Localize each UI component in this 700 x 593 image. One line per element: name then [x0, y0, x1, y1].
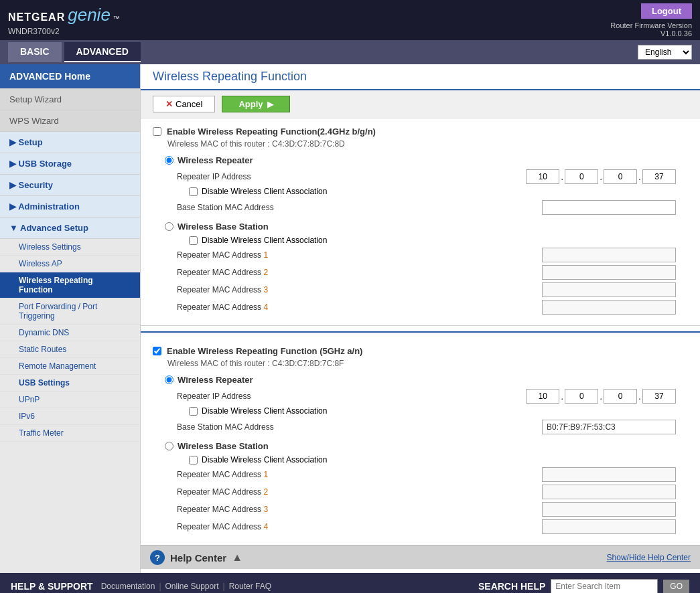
footer-links: Documentation | Online Support | Router … [101, 582, 271, 591]
24ghz-repeater-mac2-label: Repeater MAC Address 2 [177, 268, 268, 277]
5ghz-disable-client-row: Disable Wireless Client Association [189, 406, 688, 416]
help-center-left: ? Help Center ▲ [150, 550, 242, 565]
sidebar-item-wps-wizard[interactable]: WPS Wizard [0, 110, 140, 132]
logout-button[interactable]: Logout [641, 3, 692, 19]
sidebar-subitem-port-forwarding[interactable]: Port Forwarding / Port Triggering [0, 299, 140, 325]
24ghz-base-mac-row: Base Station MAC Address [177, 200, 688, 215]
5ghz-ip1[interactable] [526, 389, 559, 404]
5ghz-repeater-mac3-input[interactable] [542, 502, 676, 517]
5ghz-base-mac-input[interactable] [542, 420, 676, 434]
24ghz-base-station-radio[interactable] [165, 222, 173, 231]
section-divider [141, 331, 700, 333]
5ghz-ip2[interactable] [565, 389, 598, 404]
show-hide-help-link[interactable]: Show/Hide Help Center [607, 553, 691, 562]
footer-router-faq-link[interactable]: Router FAQ [229, 582, 271, 591]
24ghz-repeater-mac4-input[interactable] [542, 300, 676, 315]
24ghz-disable-client-checkbox[interactable] [189, 187, 198, 196]
footer-go-button[interactable]: GO [663, 580, 689, 593]
5ghz-disable-client-checkbox[interactable] [189, 407, 198, 416]
24ghz-disable-client-label: Disable Wireless Client Association [202, 187, 327, 196]
24ghz-repeater-mac3-label: Repeater MAC Address 3 [177, 285, 268, 294]
trademark: ™ [113, 15, 120, 22]
section-24ghz: Enable Wireless Repeating Function(2.4GH… [141, 118, 700, 326]
enable-24ghz-checkbox[interactable] [153, 127, 161, 136]
5ghz-repeater-mac2-label: Repeater MAC Address 2 [177, 487, 268, 497]
footer-online-support-link[interactable]: Online Support [165, 582, 219, 591]
tab-advanced[interactable]: ADVANCED [64, 42, 141, 62]
24ghz-repeater-mac3-row: Repeater MAC Address 3 [177, 282, 688, 297]
sidebar-subitem-usb-settings[interactable]: USB Settings [0, 375, 140, 392]
content-header: Wireless Repeating Function [141, 64, 700, 90]
sidebar-item-advanced-setup[interactable]: ▼ Advanced Setup [0, 218, 140, 239]
sidebar-item-usb-storage[interactable]: ▶ USB Storage [0, 153, 140, 175]
5ghz-ip3[interactable] [604, 389, 637, 404]
5ghz-repeater-mac4-input[interactable] [542, 519, 676, 534]
genie-text: genie [68, 5, 111, 25]
section-24ghz-header: Enable Wireless Repeating Function(2.4GH… [153, 126, 688, 137]
5ghz-base-mac-row: Base Station MAC Address [177, 420, 688, 434]
sidebar-subitem-dynamic-dns[interactable]: Dynamic DNS [0, 325, 140, 341]
sidebar-item-administration[interactable]: ▶ Administration [0, 196, 140, 218]
help-center-title: Help Center [170, 552, 226, 564]
sidebar-subitem-wireless-repeating[interactable]: Wireless Repeating Function [0, 272, 140, 299]
24ghz-repeater-radio-label[interactable]: Wireless Repeater [165, 155, 688, 165]
5ghz-base-disable-client-label: Disable Wireless Client Association [202, 455, 327, 464]
24ghz-ip4[interactable]: 37 [642, 169, 676, 184]
sidebar-subitem-wireless-settings[interactable]: Wireless Settings [0, 239, 140, 256]
sidebar: ADVANCED Home Setup Wizard WPS Wizard ▶ … [0, 64, 141, 573]
section-5ghz-header: Enable Wireless Repeating Function (5GHz… [153, 346, 688, 356]
cancel-icon: ✕ [165, 99, 173, 109]
5ghz-repeater-mac2-input[interactable] [542, 485, 676, 499]
5ghz-repeater-mac1-input[interactable] [542, 467, 676, 482]
apply-button[interactable]: Apply ▶ [222, 96, 289, 112]
sidebar-subitem-static-routes[interactable]: Static Routes [0, 341, 140, 358]
brand-name: NETGEAR [8, 11, 65, 23]
sidebar-item-setup[interactable]: ▶ Setup [0, 132, 140, 153]
24ghz-ip2[interactable]: 0 [565, 169, 598, 184]
help-expand-icon[interactable]: ▲ [232, 552, 242, 564]
5ghz-base-disable-client-row: Disable Wireless Client Association [189, 455, 688, 464]
apply-arrow-icon: ▶ [267, 100, 273, 109]
24ghz-disable-client-row: Disable Wireless Client Association [189, 187, 688, 196]
24ghz-base-mac-label: Base Station MAC Address [177, 203, 324, 212]
action-bar: ✕ Cancel Apply ▶ [141, 90, 700, 118]
footer-search-input[interactable] [551, 579, 658, 593]
header-right: Logout Router Firmware Version V1.0.0.36 [610, 3, 692, 37]
5ghz-base-station-radio[interactable] [165, 442, 173, 450]
24ghz-ip1[interactable]: 10 [526, 169, 559, 184]
sidebar-subitem-wireless-ap[interactable]: Wireless AP [0, 256, 140, 272]
language-select[interactable]: English Español Français Deutsch [638, 45, 692, 60]
24ghz-base-station-radio-label[interactable]: Wireless Base Station [165, 222, 688, 232]
sidebar-subitem-ipv6[interactable]: IPv6 [0, 408, 140, 425]
tab-basic[interactable]: BASIC [8, 42, 62, 62]
5ghz-repeater-radio-group: Wireless Repeater [165, 375, 688, 385]
24ghz-repeater-mac3-input[interactable] [542, 282, 676, 297]
5ghz-base-station-radio-label[interactable]: Wireless Base Station [165, 441, 688, 451]
sidebar-subitem-remote-management[interactable]: Remote Management [0, 358, 140, 375]
5ghz-base-mac-label: Base Station MAC Address [177, 422, 324, 432]
footer-documentation-link[interactable]: Documentation [101, 582, 155, 591]
enable-5ghz-checkbox[interactable] [153, 347, 161, 355]
24ghz-repeater-mac2-input[interactable] [542, 265, 676, 280]
sidebar-item-setup-wizard[interactable]: Setup Wizard [0, 89, 140, 110]
cancel-button[interactable]: ✕ Cancel [153, 96, 215, 112]
sidebar-subitem-traffic-meter[interactable]: Traffic Meter [0, 425, 140, 442]
24ghz-base-disable-client-label: Disable Wireless Client Association [202, 236, 327, 245]
24ghz-repeater-mac1-input[interactable] [542, 248, 676, 262]
sidebar-item-security[interactable]: ▶ Security [0, 175, 140, 196]
5ghz-repeater-radio-label[interactable]: Wireless Repeater [165, 375, 688, 385]
24ghz-base-disable-client-checkbox[interactable] [189, 236, 198, 245]
24ghz-ip3[interactable]: 0 [604, 169, 637, 184]
sidebar-item-advanced-home[interactable]: ADVANCED Home [0, 64, 140, 89]
sidebar-subitem-upnp[interactable]: UPnP [0, 392, 140, 408]
24ghz-repeater-mac1-label: Repeater MAC Address 1 [177, 250, 268, 260]
5ghz-ip4[interactable] [642, 389, 676, 404]
24ghz-repeater-radio[interactable] [165, 156, 173, 165]
5ghz-base-disable-client-checkbox[interactable] [189, 456, 198, 464]
header: NETGEAR genie ™ WNDR3700v2 Logout Router… [0, 0, 700, 40]
5ghz-repeater-radio[interactable] [165, 375, 173, 384]
help-icon: ? [150, 550, 165, 565]
24ghz-mac-info: Wireless MAC of this router : C4:3D:C7:8… [153, 139, 688, 149]
model-number: WNDR3700v2 [8, 27, 120, 36]
24ghz-base-mac-input[interactable] [542, 200, 676, 215]
